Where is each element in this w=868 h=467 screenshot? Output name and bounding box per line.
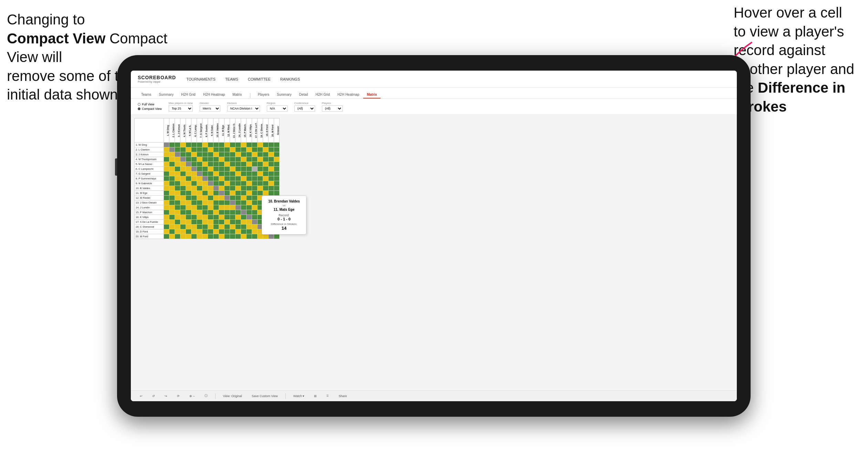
table-row[interactable]: 17. S De La Fuente [135, 220, 280, 225]
matrix-cell[interactable] [169, 234, 175, 239]
matrix-cell[interactable] [269, 167, 274, 172]
matrix-cell[interactable] [252, 186, 258, 191]
toolbar-icon2[interactable]: ⠿ [324, 394, 331, 398]
matrix-cell[interactable] [224, 234, 230, 239]
matrix-cell[interactable] [164, 191, 169, 196]
matrix-cell[interactable] [241, 229, 247, 234]
matrix-cell[interactable] [191, 191, 197, 196]
matrix-cell[interactable] [263, 167, 269, 172]
matrix-cell[interactable] [180, 200, 186, 205]
table-row[interactable]: 2. L Clanton [135, 147, 280, 152]
matrix-cell[interactable] [197, 157, 202, 162]
matrix-cell[interactable] [202, 200, 208, 205]
region-select[interactable]: N/A [267, 105, 287, 112]
matrix-cell[interactable] [186, 210, 191, 215]
matrix-cell[interactable] [208, 196, 213, 200]
matrix-cell[interactable] [213, 196, 219, 200]
tab-h2h-grid2[interactable]: H2H Grid [312, 91, 333, 98]
table-row[interactable]: 9. N Gabrelcik [135, 181, 280, 186]
matrix-cell[interactable] [197, 200, 202, 205]
matrix-cell[interactable] [191, 152, 197, 157]
matrix-cell[interactable] [191, 162, 197, 167]
matrix-cell[interactable] [236, 215, 241, 220]
matrix-cell[interactable] [252, 196, 258, 200]
matrix-cell[interactable] [175, 152, 180, 157]
matrix-cell[interactable] [258, 143, 263, 147]
matrix-cell[interactable] [213, 220, 219, 225]
matrix-cell[interactable] [169, 167, 175, 172]
matrix-cell[interactable] [202, 152, 208, 157]
matrix-cell[interactable] [191, 167, 197, 172]
matrix-cell[interactable] [175, 186, 180, 191]
matrix-cell[interactable] [269, 186, 274, 191]
matrix-cell[interactable] [186, 196, 191, 200]
matrix-cell[interactable] [213, 186, 219, 191]
tab-teams[interactable]: Teams [138, 91, 155, 98]
matrix-cell[interactable] [191, 225, 197, 229]
matrix-cell[interactable] [208, 172, 213, 176]
table-row[interactable]: 5. M La Sasso [135, 162, 280, 167]
matrix-cell[interactable] [191, 147, 197, 152]
matrix-cell[interactable] [202, 147, 208, 152]
matrix-cell[interactable] [230, 152, 236, 157]
matrix-cell[interactable] [219, 157, 224, 162]
matrix-cell[interactable] [241, 186, 247, 191]
matrix-cell[interactable] [258, 172, 263, 176]
matrix-cell[interactable] [252, 147, 258, 152]
matrix-cell[interactable] [191, 196, 197, 200]
table-row[interactable]: 12. M Riedel [135, 196, 280, 200]
matrix-cell[interactable] [219, 234, 224, 239]
full-view-radio[interactable] [138, 103, 140, 106]
matrix-cell[interactable] [263, 157, 269, 162]
matrix-cell[interactable] [175, 172, 180, 176]
matrix-cell[interactable] [247, 210, 252, 215]
matrix-cell[interactable] [169, 162, 175, 167]
matrix-cell[interactable] [202, 181, 208, 186]
matrix-cell[interactable] [191, 176, 197, 181]
matrix-cell[interactable] [252, 176, 258, 181]
matrix-cell[interactable] [164, 215, 169, 220]
matrix-cell[interactable] [197, 181, 202, 186]
matrix-cell[interactable] [224, 205, 230, 210]
matrix-cell[interactable] [224, 229, 230, 234]
tab-h2h-grid[interactable]: H2H Grid [178, 91, 199, 98]
matrix-cell[interactable] [186, 143, 191, 147]
matrix-cell[interactable] [241, 176, 247, 181]
nav-committee[interactable]: COMMITTEE [248, 76, 271, 83]
table-row[interactable]: 18. C Sherwood [135, 225, 280, 229]
matrix-cell[interactable] [230, 181, 236, 186]
matrix-cell[interactable] [230, 143, 236, 147]
matrix-cell[interactable] [180, 157, 186, 162]
matrix-cell[interactable] [274, 152, 280, 157]
matrix-cell[interactable] [213, 157, 219, 162]
matrix-cell[interactable] [274, 176, 280, 181]
matrix-cell[interactable] [224, 152, 230, 157]
matrix-cell[interactable] [274, 234, 280, 239]
matrix-cell[interactable] [219, 181, 224, 186]
matrix-cell[interactable] [208, 143, 213, 147]
undo-button[interactable]: ↩ [138, 394, 145, 398]
matrix-cell[interactable] [213, 147, 219, 152]
matrix-cell[interactable] [164, 167, 169, 172]
matrix-cell[interactable] [274, 162, 280, 167]
matrix-cell[interactable] [208, 234, 213, 239]
matrix-cell[interactable] [230, 172, 236, 176]
gender-select[interactable]: Men's [200, 105, 220, 112]
matrix-cell[interactable] [186, 176, 191, 181]
matrix-cell[interactable] [175, 229, 180, 234]
matrix-area[interactable]: 1. W Ding 2. L Clanton 3. J Koivun 4. M … [131, 115, 737, 390]
matrix-cell[interactable] [219, 147, 224, 152]
matrix-cell[interactable] [186, 181, 191, 186]
matrix-cell[interactable] [197, 196, 202, 200]
matrix-cell[interactable] [219, 162, 224, 167]
matrix-cell[interactable] [219, 176, 224, 181]
matrix-cell[interactable] [252, 167, 258, 172]
matrix-cell[interactable] [208, 220, 213, 225]
full-view-option[interactable]: Full View [138, 103, 162, 106]
matrix-cell[interactable] [180, 229, 186, 234]
matrix-cell[interactable] [213, 167, 219, 172]
matrix-cell[interactable] [247, 157, 252, 162]
matrix-cell[interactable] [191, 229, 197, 234]
matrix-cell[interactable] [164, 186, 169, 191]
matrix-cell[interactable] [230, 215, 236, 220]
